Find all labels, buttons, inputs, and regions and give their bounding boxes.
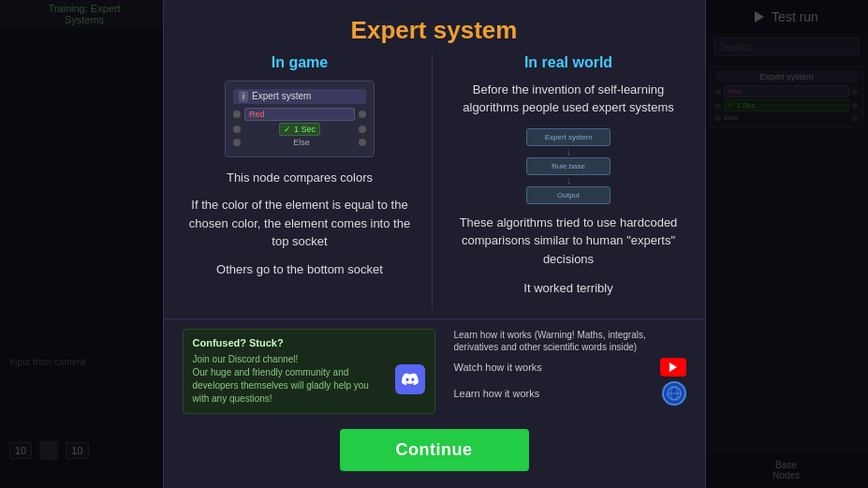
socket-right-else: [359, 139, 366, 146]
socket-left-timer: [233, 126, 241, 133]
resources-section: Learn how it works (Warning! Maths, inte…: [454, 329, 686, 414]
watch-label: Watch how it works: [454, 362, 653, 373]
node-diagram: i Expert system Red ✓ 1 Sec: [225, 81, 375, 157]
node-name-label: Expert system: [252, 91, 311, 101]
modal-overlay: Expert system In game i Expert system Re…: [0, 0, 868, 488]
socket-left-red: [233, 111, 241, 118]
confused-title: Confused? Stuck?: [193, 337, 425, 348]
socket-right-red: [359, 111, 366, 118]
socket-right-timer: [359, 126, 366, 133]
flow-arrow-2: ↓: [566, 175, 571, 186]
web-icon[interactable]: [662, 381, 686, 406]
modal-title: Expert system: [164, 0, 705, 54]
modal-body: In game i Expert system Red: [164, 54, 705, 309]
in-game-text-3: Others go to the bottom socket: [183, 260, 418, 279]
node-row-else: Else: [233, 138, 366, 147]
node-title-bar: i Expert system: [233, 89, 366, 104]
continue-button-wrap: Continue: [164, 429, 705, 471]
modal-bottom: Confused? Stuck? Join our Discord channe…: [164, 318, 705, 414]
in-real-world-column: In real world Before the invention of se…: [433, 54, 686, 309]
node-dropdown: Red: [244, 108, 355, 121]
youtube-icon[interactable]: [660, 358, 686, 377]
in-game-header: In game: [183, 54, 418, 71]
flow-box-2: Rule base: [526, 157, 611, 175]
real-world-text-1: Before the invention of self-learning al…: [451, 81, 686, 117]
in-game-text-2: If the color of the element is equal to …: [183, 196, 418, 251]
node-else-label: Else: [293, 138, 310, 147]
in-game-column: In game i Expert system Red: [183, 54, 433, 309]
watch-row[interactable]: Watch how it works: [454, 358, 686, 377]
learn-link-label: Learn how it works: [454, 388, 655, 399]
learn-row[interactable]: Learn how it works: [454, 381, 686, 406]
real-world-text-2: These algorithms tried to use hardcoded …: [451, 214, 686, 269]
discord-text: Join our Discord channel! Our huge and f…: [193, 353, 388, 406]
expert-system-modal: Expert system In game i Expert system Re…: [163, 0, 706, 488]
in-game-text-1: This node compares colors: [183, 169, 418, 187]
flow-diagram: Expert system ↓ Rule base ↓ Output: [522, 128, 615, 204]
learn-warning-text: Learn how it works (Warning! Maths, inte…: [454, 329, 686, 353]
node-i-label: i: [239, 91, 248, 102]
flow-arrow-1: ↓: [566, 146, 571, 157]
node-row-timer: ✓ 1 Sec: [233, 123, 366, 136]
in-real-world-header: In real world: [451, 54, 686, 71]
node-timer: ✓ 1 Sec: [279, 123, 320, 136]
flow-box-3: Output: [526, 186, 611, 204]
discord-row: Join our Discord channel! Our huge and f…: [193, 353, 425, 406]
timer-label: 1 Sec: [294, 125, 316, 134]
node-row-red: Red: [233, 108, 366, 121]
yt-play-triangle: [669, 362, 677, 372]
continue-button[interactable]: Continue: [340, 429, 529, 471]
socket-left-else: [233, 139, 241, 146]
flow-box-1: Expert system: [526, 128, 611, 146]
discord-icon[interactable]: [395, 364, 425, 394]
discord-section: Confused? Stuck? Join our Discord channe…: [183, 329, 435, 414]
real-world-text-3: It worked terribly: [451, 279, 686, 298]
timer-check-icon: ✓: [284, 125, 291, 134]
